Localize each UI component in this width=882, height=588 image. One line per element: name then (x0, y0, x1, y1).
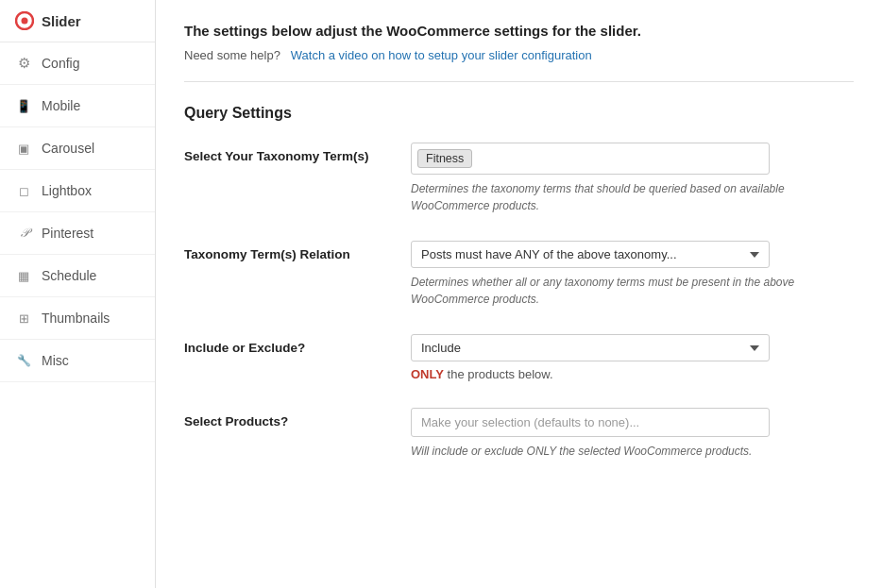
gear-icon (15, 55, 32, 72)
help-video-link[interactable]: Watch a video on how to setup your slide… (291, 48, 592, 62)
sidebar-item-schedule-label: Schedule (42, 268, 96, 283)
relation-row: Taxonomy Term(s) Relation Posts must hav… (184, 241, 854, 308)
relation-control-col: Posts must have ANY of the above taxonom… (411, 241, 854, 308)
relation-select[interactable]: Posts must have ANY of the above taxonom… (411, 241, 770, 268)
include-control-col: Include Exclude ONLY the products below. (411, 334, 854, 381)
include-label: Include or Exclude? (184, 341, 305, 355)
sidebar-item-lightbox-label: Lightbox (42, 183, 92, 198)
taxonomy-tag-fitness[interactable]: Fitness (417, 149, 472, 168)
sidebar-item-misc-label: Misc (42, 353, 69, 368)
products-placeholder: Make your selection (defaults to none)..… (421, 415, 639, 429)
carousel-icon (15, 140, 32, 157)
sidebar-item-lightbox[interactable]: Lightbox (0, 170, 155, 212)
sidebar-item-mobile[interactable]: Mobile (0, 85, 155, 127)
relation-label-col: Taxonomy Term(s) Relation (184, 241, 392, 308)
include-label-col: Include or Exclude? (184, 334, 392, 381)
page-title: The settings below adjust the WooCommerc… (184, 23, 854, 39)
products-label-col: Select Products? (184, 408, 392, 460)
sidebar-item-pinterest-label: Pinterest (42, 226, 93, 241)
relation-select-wrap: Posts must have ANY of the above taxonom… (411, 241, 770, 268)
sidebar-logo-text: Slider (42, 13, 81, 29)
products-hint: Will include or exclude ONLY the selecte… (411, 443, 845, 460)
help-prefix: Need some help? (184, 48, 280, 62)
misc-icon (15, 352, 32, 369)
include-note: ONLY the products below. (411, 367, 854, 381)
thumbnails-icon (15, 310, 32, 327)
relation-hint: Determines whether all or any taxonomy t… (411, 274, 845, 308)
mobile-icon (15, 97, 32, 114)
section-divider (184, 81, 854, 82)
products-select[interactable]: Make your selection (defaults to none)..… (411, 408, 770, 437)
sidebar-item-thumbnails[interactable]: Thumbnails (0, 297, 155, 340)
sidebar-item-thumbnails-label: Thumbnails (42, 311, 110, 326)
include-note-rest: the products below. (444, 367, 553, 381)
include-select-wrap: Include Exclude (411, 334, 770, 361)
taxonomy-tag-input[interactable]: Fitness (411, 143, 770, 175)
sidebar-item-config-label: Config (42, 56, 79, 71)
taxonomy-control-col: Fitness Determines the taxonomy terms th… (411, 143, 854, 214)
schedule-icon (15, 267, 32, 284)
section-title: Query Settings (184, 105, 854, 122)
sidebar-item-misc[interactable]: Misc (0, 340, 155, 382)
taxonomy-label: Select Your Taxonomy Term(s) (184, 149, 369, 163)
slider-logo-icon (15, 11, 34, 30)
lightbox-icon (15, 182, 32, 199)
taxonomy-hint: Determines the taxonomy terms that shoul… (411, 180, 845, 214)
relation-label: Taxonomy Term(s) Relation (184, 247, 350, 261)
sidebar-item-pinterest[interactable]: Pinterest (0, 212, 155, 255)
sidebar: Slider Config Mobile Carousel Lightbox P… (0, 0, 156, 588)
help-line: Need some help? Watch a video on how to … (184, 48, 854, 62)
sidebar-item-config[interactable]: Config (0, 42, 155, 85)
main-content: The settings below adjust the WooCommerc… (156, 0, 882, 588)
sidebar-item-schedule[interactable]: Schedule (0, 255, 155, 297)
taxonomy-row: Select Your Taxonomy Term(s) Fitness Det… (184, 143, 854, 214)
include-select[interactable]: Include Exclude (411, 334, 770, 361)
sidebar-logo[interactable]: Slider (0, 0, 155, 42)
products-label: Select Products? (184, 414, 288, 428)
only-keyword: ONLY (411, 367, 444, 381)
sidebar-item-carousel-label: Carousel (42, 141, 94, 156)
sidebar-item-carousel[interactable]: Carousel (0, 127, 155, 170)
svg-point-1 (22, 18, 28, 25)
taxonomy-label-col: Select Your Taxonomy Term(s) (184, 143, 392, 214)
include-row: Include or Exclude? Include Exclude ONLY… (184, 334, 854, 381)
products-row: Select Products? Make your selection (de… (184, 408, 854, 460)
sidebar-item-mobile-label: Mobile (42, 98, 80, 113)
products-control-col: Make your selection (defaults to none)..… (411, 408, 854, 460)
pinterest-icon (15, 225, 32, 242)
